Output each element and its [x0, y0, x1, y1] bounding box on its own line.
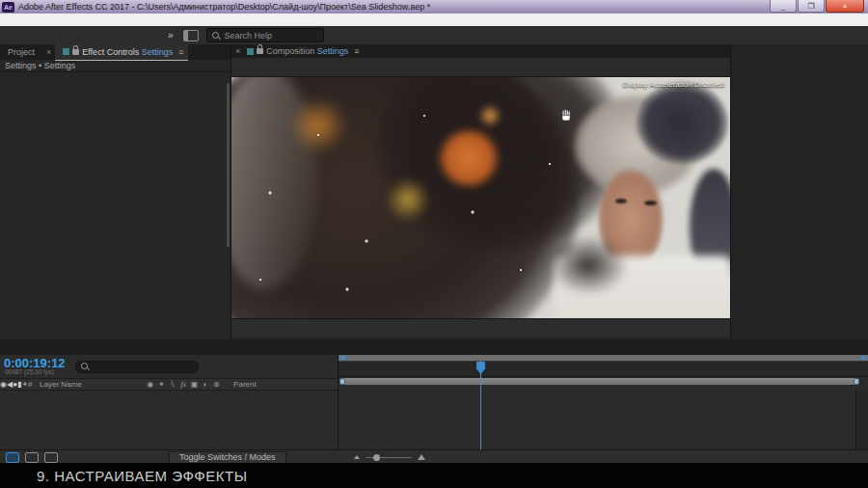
time-ruler[interactable] [339, 362, 868, 377]
motion-blur-toggle-icon[interactable] [25, 452, 39, 463]
zoom-in-icon[interactable] [418, 454, 425, 460]
composition-viewer[interactable]: Display Acceleration Disabled [231, 77, 730, 318]
effect-controls-subtitle: Settings • Settings [0, 60, 231, 72]
effect-controls-panel: Project × Effect Controls Settings ≡ Set… [0, 44, 231, 339]
caption-text: 9. НАСТРАИВАЕМ ЭФФЕКТЫ [37, 468, 247, 484]
search-help-input[interactable]: Search Help [206, 28, 324, 42]
tab-project[interactable]: Project [8, 47, 35, 57]
zoom-out-icon[interactable] [354, 455, 360, 459]
switches-column-icons: ◉✦∖fx▣◐⊕ [145, 380, 222, 389]
scrollbar[interactable] [227, 83, 230, 247]
tools-toolbar: » Search Help [0, 26, 868, 45]
eye-column-icon[interactable]: ◉ [0, 380, 7, 389]
acceleration-warning: Display Acceleration Disabled [623, 80, 724, 89]
after-effects-window: Ae Adobe After Effects CC 2017 - C:\User… [0, 0, 868, 488]
app-icon: Ae [2, 2, 14, 13]
panel-square-icon [63, 48, 69, 55]
brainstorm-icon[interactable] [44, 452, 58, 463]
viewer-art-snow [231, 77, 730, 318]
frame-info: 00487 (25.00 fps) [5, 368, 66, 375]
zoom-knob[interactable] [373, 454, 380, 461]
timeline-track-area[interactable] [339, 355, 868, 449]
minimize-button[interactable]: _ [770, 0, 797, 13]
timeline-search-input[interactable] [75, 361, 199, 373]
timeline-right-edge [855, 389, 868, 449]
close-button[interactable]: × [826, 0, 864, 13]
number-column-header: # [28, 380, 40, 389]
panel-menu-icon[interactable]: ≡ [354, 46, 359, 56]
workspace-overflow-button[interactable]: » [168, 30, 174, 41]
search-icon [211, 31, 221, 41]
timeline-panel: 0:00:19:12 00487 (25.00 fps) ◉◀●▮ ✦ # La… [0, 339, 868, 463]
work-area[interactable] [339, 377, 868, 386]
search-icon [80, 362, 90, 371]
caption-bar: 9. НАСТРАИВАЕМ ЭФФЕКТЫ [0, 463, 868, 488]
panel-menu-icon[interactable]: ≡ [178, 47, 183, 57]
timeline-zoom-slider[interactable] [354, 454, 425, 460]
tab-composition-label[interactable]: Composition [266, 46, 314, 56]
search-help-placeholder: Search Help [225, 31, 273, 41]
menu-bar [0, 14, 868, 26]
tab-composition-comp: Settings [317, 46, 349, 56]
label-column-icon: ✦ [21, 380, 28, 389]
maximize-button[interactable]: ❐ [798, 0, 825, 13]
composition-panel: × Composition Settings ≡ [231, 44, 730, 339]
workspace-icon[interactable] [183, 30, 199, 41]
lock-icon [257, 48, 263, 54]
hand-cursor-icon [559, 108, 573, 122]
close-panel-icon[interactable]: × [235, 46, 240, 56]
composition-breadcrumb [231, 58, 730, 77]
current-timecode[interactable]: 0:00:19:12 [4, 358, 66, 368]
right-panel-stack [731, 44, 868, 339]
tab-comp-name: Settings [142, 47, 174, 57]
tab-effect-controls-label: Effect Controls [82, 47, 139, 57]
viewer-toolbar [231, 318, 730, 337]
tab-effect-controls[interactable]: Effect Controls Settings ≡ [55, 44, 188, 61]
layer-name-column-header[interactable]: Layer Name [40, 380, 145, 389]
lock-icon [72, 49, 79, 55]
parent-column-header[interactable]: Parent [233, 380, 257, 389]
timeline-nav-bar[interactable] [339, 355, 868, 362]
toggle-switches-modes-button[interactable]: Toggle Switches / Modes [169, 451, 286, 464]
timeline-column-header: ◉◀●▮ ✦ # Layer Name ◉✦∖fx▣◐⊕ Parent [0, 378, 338, 391]
frame-blending-toggle-icon[interactable] [6, 452, 19, 463]
close-panel-icon[interactable]: × [46, 47, 51, 57]
window-titlebar: Ae Adobe After Effects CC 2017 - C:\User… [0, 0, 868, 14]
window-title: Adobe After Effects CC 2017 - C:\Users\А… [18, 2, 430, 12]
panel-square-icon [247, 48, 254, 55]
playhead-line [480, 361, 481, 449]
timeline-bottom-bar: Toggle Switches / Modes [0, 449, 868, 464]
